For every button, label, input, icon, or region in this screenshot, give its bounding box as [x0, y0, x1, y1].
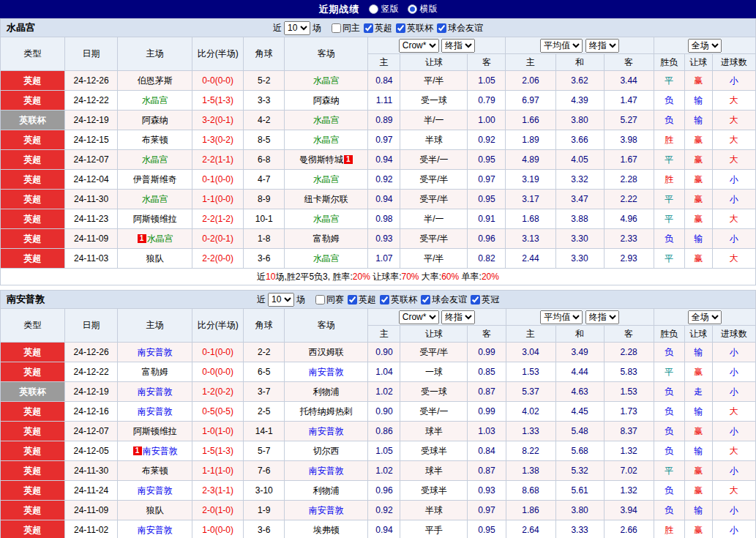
team-link[interactable]: 水晶宫 — [142, 194, 168, 204]
team-link[interactable]: 水晶宫 — [313, 115, 340, 125]
radio-horizontal-layout[interactable]: 横版 — [408, 3, 438, 15]
scope-select[interactable]: 全场 — [688, 39, 722, 53]
match-score[interactable]: 2-2(1-1) — [192, 150, 244, 170]
filter-checkbox-英超[interactable]: 英超 — [344, 294, 376, 306]
asia-index-select[interactable]: 终指 — [441, 39, 475, 53]
match-score[interactable]: 0-5(0-5) — [192, 402, 244, 422]
team-link[interactable]: 南安普敦 — [309, 466, 344, 476]
scope-select[interactable]: 全场 — [688, 310, 722, 324]
team-link[interactable]: 南安普敦 — [138, 347, 173, 357]
euro-index-select[interactable]: 终指 — [585, 39, 619, 53]
team-link[interactable]: 水晶宫 — [313, 253, 340, 264]
team-link[interactable]: 伊普斯维奇 — [133, 174, 177, 184]
checkbox-input[interactable] — [437, 23, 446, 33]
filter-checkbox-英冠[interactable]: 英冠 — [467, 294, 499, 306]
filter-checkbox-同主[interactable]: 同主 — [328, 22, 360, 34]
team-link[interactable]: 利物浦 — [313, 386, 340, 397]
match-score[interactable]: 2-3(1-1) — [192, 481, 244, 501]
team-link[interactable]: 富勒姆 — [313, 233, 340, 244]
radio-vertical-layout[interactable]: 竖版 — [369, 3, 399, 15]
team-link[interactable]: 水晶宫 — [313, 214, 340, 224]
col-goals-result: 进球数 — [712, 326, 755, 343]
checkbox-input[interactable] — [364, 23, 373, 33]
team-link[interactable]: 曼彻斯特城 — [299, 154, 343, 165]
match-score[interactable]: 0-1(0-0) — [192, 343, 244, 362]
team-link[interactable]: 南安普敦 — [309, 367, 344, 377]
team-link[interactable]: 埃弗顿 — [313, 525, 340, 535]
match-score[interactable]: 1-3(0-2) — [192, 130, 244, 150]
team-link[interactable]: 阿森纳 — [313, 95, 340, 105]
team-link[interactable]: 水晶宫 — [147, 233, 173, 244]
team-link[interactable]: 富勒姆 — [142, 367, 168, 377]
team-link[interactable]: 阿森纳 — [142, 115, 168, 125]
checkbox-input[interactable] — [421, 295, 430, 305]
euro-draw-odds: 4.05 — [555, 150, 604, 170]
team-link[interactable]: 狼队 — [146, 505, 164, 515]
team-link[interactable]: 水晶宫 — [313, 135, 340, 145]
team-link[interactable]: 布莱顿 — [142, 135, 168, 145]
team-link[interactable]: 阿斯顿维拉 — [133, 426, 177, 436]
filter-checkbox-英联杯[interactable]: 英联杯 — [392, 22, 433, 34]
recent-count-select[interactable]: 10 — [284, 21, 310, 35]
team-link[interactable]: 伯恩茅斯 — [138, 75, 173, 86]
recent-count-select[interactable]: 10 — [268, 293, 294, 307]
team-link[interactable]: 南安普敦 — [309, 505, 344, 515]
euro-avg-select[interactable]: 平均值 — [540, 39, 583, 53]
team-link[interactable]: 阿斯顿维拉 — [133, 214, 177, 224]
team-link[interactable]: 水晶宫 — [313, 174, 340, 184]
team-link[interactable]: 水晶宫 — [142, 154, 168, 165]
match-score[interactable]: 0-2(0-1) — [192, 229, 244, 249]
match-score[interactable]: 1-1(1-0) — [192, 461, 244, 481]
team-link[interactable]: 托特纳姆热刺 — [300, 406, 353, 416]
match-score[interactable]: 2-2(1-2) — [192, 209, 244, 229]
team-link[interactable]: 利物浦 — [313, 485, 340, 496]
checkbox-input[interactable] — [396, 23, 405, 33]
team-link[interactable]: 水晶宫 — [313, 75, 340, 86]
euro-index-select[interactable]: 终指 — [585, 310, 619, 324]
checkbox-input[interactable] — [315, 295, 325, 305]
match-score[interactable]: 1-5(1-3) — [192, 91, 244, 111]
checkbox-input[interactable] — [471, 295, 480, 305]
team-link[interactable]: 纽卡斯尔联 — [304, 194, 348, 204]
match-score[interactable]: 1-0(1-0) — [192, 422, 244, 441]
asia-away-odds: 0.92 — [468, 130, 506, 150]
team-link[interactable]: 南安普敦 — [143, 446, 178, 456]
match-score[interactable]: 0-0(0-0) — [192, 71, 244, 91]
match-score[interactable]: 0-0(0-0) — [192, 362, 244, 382]
match-score[interactable]: 2-0(1-0) — [192, 501, 244, 520]
filter-checkbox-球会友谊[interactable]: 球会友谊 — [433, 22, 483, 34]
asia-odds-header: Crow* 终指 — [368, 37, 506, 54]
euro-avg-select[interactable]: 平均值 — [540, 310, 583, 324]
match-score[interactable]: 0-1(0-0) — [192, 170, 244, 190]
asia-index-select[interactable]: 终指 — [441, 310, 475, 324]
match-row: 英超24-11-24南安普敦2-3(1-1)3-10利物浦0.96受球半0.93… — [1, 481, 756, 501]
checkbox-input[interactable] — [332, 23, 341, 33]
corner-score: 6-5 — [244, 362, 285, 382]
team-link[interactable]: 南安普敦 — [138, 406, 173, 416]
filter-checkbox-英超[interactable]: 英超 — [360, 22, 392, 34]
filter-checkbox-英联杯[interactable]: 英联杯 — [376, 294, 417, 306]
result-outcome: 平 — [654, 71, 684, 91]
match-score[interactable]: 2-2(0-0) — [192, 249, 244, 269]
filter-checkbox-同赛[interactable]: 同赛 — [312, 294, 344, 306]
match-score[interactable]: 1-5(1-3) — [192, 441, 244, 461]
match-score[interactable]: 1-2(0-2) — [192, 382, 244, 402]
match-score[interactable]: 1-1(0-0) — [192, 190, 244, 209]
team-link[interactable]: 西汉姆联 — [309, 347, 344, 357]
team-link[interactable]: 南安普敦 — [138, 386, 173, 397]
checkbox-input[interactable] — [380, 295, 389, 305]
match-date: 24-12-05 — [65, 441, 118, 461]
team-link[interactable]: 布莱顿 — [142, 466, 168, 476]
team-link[interactable]: 狼队 — [146, 253, 164, 264]
match-score[interactable]: 3-2(0-1) — [192, 111, 244, 130]
team-link[interactable]: 南安普敦 — [138, 485, 173, 496]
bookmaker-select[interactable]: Crow* — [399, 39, 439, 53]
team-link[interactable]: 水晶宫 — [142, 95, 168, 105]
team-link[interactable]: 南安普敦 — [309, 426, 344, 436]
match-score[interactable]: 1-0(0-0) — [192, 520, 244, 538]
team-link[interactable]: 南安普敦 — [138, 525, 173, 535]
team-link[interactable]: 切尔西 — [313, 446, 340, 456]
bookmaker-select[interactable]: Crow* — [399, 310, 439, 324]
checkbox-input[interactable] — [348, 295, 357, 305]
filter-checkbox-球会友谊[interactable]: 球会友谊 — [417, 294, 467, 306]
